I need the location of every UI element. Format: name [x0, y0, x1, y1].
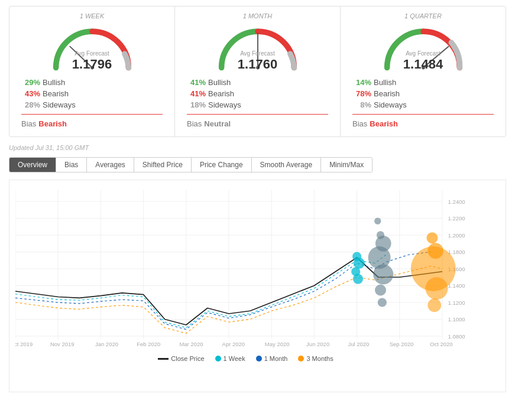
legend-1week: 1 Week	[215, 355, 245, 362]
chart-legend: Close Price 1 Week 1 Month 3 Months	[15, 355, 476, 362]
tab-shifted-price[interactable]: Shifted Price	[134, 158, 192, 172]
svg-text:Jul 2020: Jul 2020	[348, 341, 369, 347]
legend-label-close: Close Price	[171, 355, 204, 362]
tab-smooth-average[interactable]: Smooth Average	[252, 158, 322, 172]
svg-text:Oct 2020: Oct 2020	[430, 341, 453, 347]
legend-line-close	[158, 358, 169, 360]
svg-text:1.2000: 1.2000	[448, 232, 465, 239]
svg-point-49	[353, 274, 363, 284]
avg-forecast-label-week: Avg Forecast	[45, 50, 140, 57]
sideways-row-month: 18% Sideways	[187, 100, 328, 109]
svg-text:1.1400: 1.1400	[448, 282, 465, 289]
bearish-label-quarter: Bearish	[374, 89, 400, 98]
sideways-pct-week: 28%	[21, 100, 40, 109]
svg-point-60	[426, 277, 448, 299]
sideways-row-quarter: 8% Sideways	[352, 100, 494, 109]
svg-text:1.2200: 1.2200	[448, 215, 465, 222]
tab-price-change[interactable]: Price Change	[192, 158, 252, 172]
bearish-row-quarter: 78% Bearish	[352, 89, 494, 98]
svg-text:Jun 2020: Jun 2020	[306, 341, 329, 347]
bullish-pct-month: 41%	[187, 78, 206, 87]
bearish-pct-week: 43%	[21, 89, 40, 98]
tab-overview[interactable]: Overview	[9, 158, 56, 172]
svg-text:Apr 2020: Apr 2020	[222, 341, 245, 347]
bearish-label-month: Bearish	[208, 89, 234, 98]
svg-point-56	[378, 298, 387, 307]
tabs-row: Overview Bias Averages Shifted Price Pri…	[9, 157, 373, 172]
card-period-month: 1 MONTH	[187, 12, 328, 19]
forecast-card-month: 1 MONTH Avg Forecast 1.1760 41%	[175, 6, 341, 136]
bias-row-quarter: Bias Bearish	[352, 119, 494, 128]
bearish-row-week: 43% Bearish	[21, 89, 163, 98]
tab-bias[interactable]: Bias	[56, 158, 87, 172]
legend-label-1week: 1 Week	[224, 355, 245, 362]
svg-text:Jan 2020: Jan 2020	[95, 341, 118, 347]
forecast-card-week: 1 WEEK Avg Forecast 1.179	[9, 6, 175, 136]
gauge-label-week: Avg Forecast 1.1796	[45, 50, 140, 72]
gauge-label-month: Avg Forecast 1.1760	[210, 50, 305, 72]
legend-1month: 1 Month	[256, 355, 288, 362]
forecast-value-quarter: 1.1484	[376, 57, 471, 72]
card-period-week: 1 WEEK	[21, 12, 163, 19]
sideways-label-month: Sideways	[208, 100, 241, 109]
gauge-label-quarter: Avg Forecast 1.1484	[376, 50, 471, 72]
forecast-row: 1 WEEK Avg Forecast 1.179	[9, 6, 506, 137]
sideways-label-quarter: Sideways	[374, 100, 407, 109]
divider-quarter	[352, 114, 494, 115]
sideways-label-week: Sideways	[43, 100, 76, 109]
svg-text:1.1000: 1.1000	[448, 316, 465, 323]
svg-point-57	[426, 232, 438, 243]
bullish-row-quarter: 14% Bullish	[352, 78, 494, 87]
bias-row-month: Bias Neutral	[187, 119, 328, 128]
bullish-row-month: 41% Bullish	[187, 78, 328, 87]
bias-text-quarter: Bias	[352, 119, 367, 128]
bias-row-week: Bias Bearish	[21, 119, 163, 128]
bias-value-quarter: Bearish	[370, 119, 398, 128]
gauge-week: Avg Forecast 1.1796	[45, 23, 140, 73]
legend-close-price: Close Price	[158, 355, 204, 362]
svg-point-54	[373, 264, 393, 284]
avg-forecast-label-quarter: Avg Forecast	[376, 50, 471, 57]
sideways-row-week: 28% Sideways	[21, 100, 163, 109]
card-period-quarter: 1 QUARTER	[352, 12, 494, 19]
bearish-label-week: Bearish	[43, 89, 69, 98]
svg-text:May 2020: May 2020	[265, 341, 290, 347]
gauge-quarter: Avg Forecast 1.1484	[376, 23, 471, 73]
legend-3months: 3 Months	[298, 355, 333, 362]
bearish-pct-quarter: 78%	[352, 89, 371, 98]
bullish-label-week: Bullish	[43, 78, 65, 87]
svg-text:Nov 2019: Nov 2019	[50, 341, 75, 347]
bias-value-month: Neutral	[204, 119, 231, 128]
legend-label-1month: 1 Month	[264, 355, 288, 362]
svg-text:Mar 2020: Mar 2020	[179, 341, 203, 347]
bias-value-week: Bearish	[38, 119, 67, 128]
bullish-label-quarter: Bullish	[374, 78, 396, 87]
tab-minim-max[interactable]: Minim/Max	[321, 158, 372, 172]
bias-text-month: Bias	[187, 119, 202, 128]
divider-month	[187, 114, 328, 115]
chart-svg: 1.2400 1.2200 1.2000 1.1800 1.1600 1.140…	[15, 186, 476, 351]
updated-text: Updated Jul 31, 15:00 GMT	[9, 144, 506, 151]
bearish-pct-month: 41%	[187, 89, 206, 98]
forecast-value-week: 1.1796	[45, 57, 140, 72]
avg-forecast-label-month: Avg Forecast	[210, 50, 305, 57]
svg-text:Feb 2020: Feb 2020	[137, 341, 160, 347]
sideways-pct-month: 18%	[187, 100, 206, 109]
bearish-row-month: 41% Bearish	[187, 89, 328, 98]
bullish-pct-quarter: 14%	[352, 78, 371, 87]
legend-dot-1week	[215, 356, 221, 362]
svg-point-47	[354, 258, 365, 269]
legend-label-3months: 3 Months	[306, 355, 333, 362]
bullish-row-week: 29% Bullish	[21, 78, 163, 87]
svg-text:Sep 2020: Sep 2020	[390, 341, 414, 347]
chart-wrapper: 1.2400 1.2200 1.2000 1.1800 1.1600 1.140…	[9, 180, 506, 392]
legend-dot-1month	[256, 356, 262, 362]
tab-averages[interactable]: Averages	[87, 158, 134, 172]
bullish-pct-week: 29%	[21, 78, 40, 87]
svg-text:1.0800: 1.0800	[448, 333, 465, 340]
gauge-month: Avg Forecast 1.1760	[210, 23, 305, 73]
svg-point-55	[375, 285, 386, 296]
bullish-label-month: Bullish	[208, 78, 231, 87]
sideways-pct-quarter: 8%	[352, 100, 371, 109]
svg-text:ct 2019: ct 2019	[15, 341, 33, 347]
